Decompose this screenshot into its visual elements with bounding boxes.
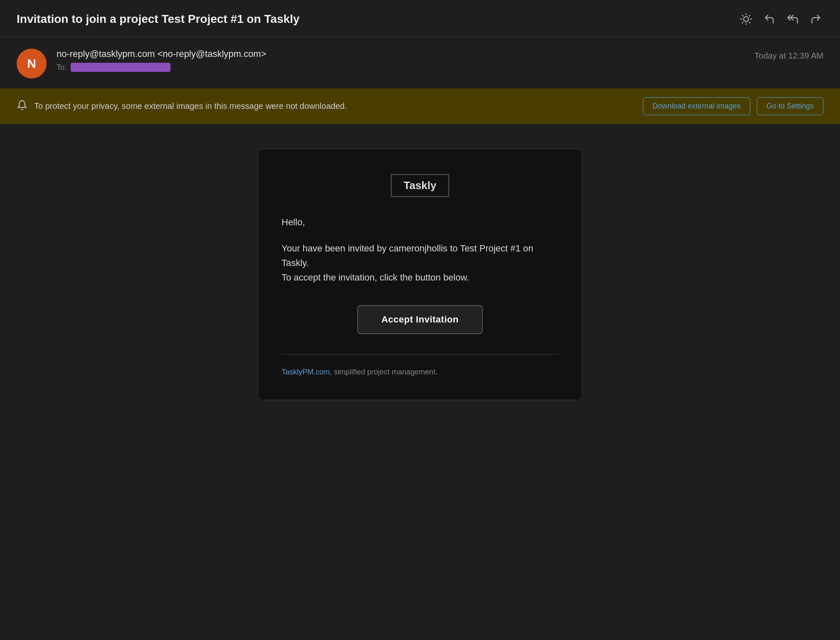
- title-bar: Invitation to join a project Test Projec…: [0, 0, 840, 37]
- email-message-line2: To accept the invitation, click the butt…: [282, 272, 469, 283]
- download-external-images-button[interactable]: Download external images: [643, 97, 750, 115]
- footer-text-suffix: , simplified project management.: [330, 368, 437, 376]
- go-to-settings-button[interactable]: Go to Settings: [757, 97, 823, 115]
- accept-btn-area: Accept Invitation: [282, 305, 558, 334]
- email-subject: Invitation to join a project Test Projec…: [17, 12, 299, 26]
- privacy-bell-icon: [17, 100, 27, 113]
- svg-line-4: [749, 22, 750, 23]
- accept-invitation-button[interactable]: Accept Invitation: [357, 305, 483, 334]
- sender-left: N no-reply@tasklypm.com <no-reply@taskly…: [17, 49, 266, 79]
- theme-toggle-button[interactable]: [739, 12, 754, 27]
- privacy-banner-text: To protect your privacy, some external i…: [34, 101, 347, 111]
- sender-row: N no-reply@tasklypm.com <no-reply@taskly…: [0, 37, 840, 89]
- email-message: Your have been invited by cameronjhollis…: [282, 241, 558, 285]
- avatar: N: [17, 49, 47, 79]
- svg-line-3: [742, 15, 743, 16]
- svg-point-0: [744, 17, 749, 22]
- email-client-window: Invitation to join a project Test Projec…: [0, 0, 840, 640]
- taskly-logo-area: Taskly: [282, 174, 558, 197]
- email-card: Taskly Hello, Your have been invited by …: [258, 149, 582, 400]
- email-greeting: Hello,: [282, 217, 558, 228]
- email-body: Taskly Hello, Your have been invited by …: [0, 124, 840, 640]
- svg-line-8: [749, 15, 750, 16]
- reply-button[interactable]: [762, 12, 777, 27]
- sender-info: no-reply@tasklypm.com <no-reply@tasklypm…: [57, 49, 266, 72]
- forward-button[interactable]: [808, 12, 823, 27]
- privacy-banner-right: Download external images Go to Settings: [643, 97, 823, 115]
- to-label: To:: [57, 63, 67, 72]
- title-actions: [739, 12, 823, 27]
- privacy-banner: To protect your privacy, some external i…: [0, 89, 840, 124]
- privacy-banner-left: To protect your privacy, some external i…: [17, 100, 347, 113]
- email-footer: TasklyPM.com, simplified project managem…: [282, 368, 558, 377]
- reply-all-button[interactable]: [785, 12, 800, 27]
- taskly-logo: Taskly: [391, 174, 449, 197]
- email-divider: [282, 354, 558, 354]
- sender-email: no-reply@tasklypm.com <no-reply@tasklypm…: [57, 49, 266, 59]
- svg-line-7: [742, 22, 743, 23]
- to-address-redacted: [71, 63, 170, 72]
- tasklypm-link[interactable]: TasklyPM.com: [282, 368, 330, 376]
- email-message-line1: Your have been invited by cameronjhollis…: [282, 243, 533, 268]
- email-timestamp: Today at 12:39 AM: [754, 49, 823, 61]
- to-row: To:: [57, 63, 266, 72]
